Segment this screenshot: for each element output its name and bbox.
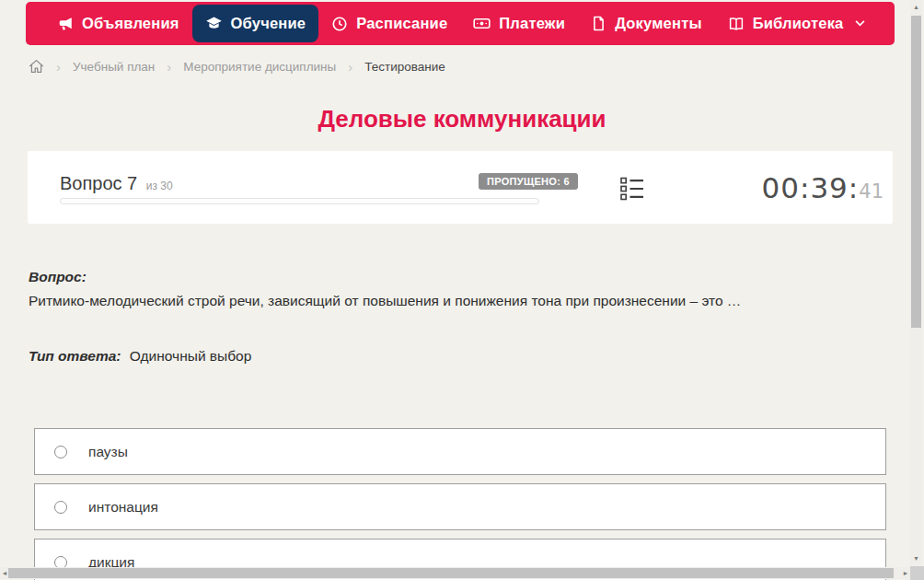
question-list-icon	[620, 177, 644, 201]
scrollbar-corner	[910, 566, 924, 580]
nav-item-label: Платежи	[499, 15, 565, 32]
scroll-right-icon[interactable]: ►	[902, 570, 909, 576]
nav-item-learning[interactable]: Обучение	[192, 5, 319, 42]
page-title: Деловые коммуникации	[0, 105, 924, 133]
radio-intonation[interactable]	[54, 501, 67, 514]
scroll-up-icon[interactable]: ▲	[910, 4, 922, 10]
scroll-left-icon[interactable]: ◄	[1, 570, 8, 576]
radio-pauses[interactable]	[54, 446, 67, 458]
breadcrumb-separator-icon: ›	[348, 60, 352, 74]
nav-item-schedule[interactable]: Расписание	[318, 5, 460, 42]
breadcrumb-item-discipline-event[interactable]: Мероприятие дисциплины	[183, 60, 336, 74]
skipped-badge: ПРОПУЩЕНО: 6	[479, 173, 578, 190]
banknote-icon	[473, 15, 491, 32]
question-list-button[interactable]	[620, 177, 644, 201]
scroll-down-icon[interactable]: ▼	[910, 555, 922, 562]
horizontal-scrollbar[interactable]: ◄ ►	[0, 567, 910, 579]
breadcrumb-separator-icon: ›	[167, 60, 171, 74]
home-icon[interactable]	[29, 59, 44, 74]
nav-item-label: Документы	[615, 15, 702, 32]
answer-type: Тип ответа: Одиночный выбор	[29, 348, 251, 365]
vertical-scrollbar-thumb[interactable]	[911, 16, 921, 328]
timer-seconds: 41	[859, 180, 884, 203]
breadcrumb-item-testing: Тестирование	[364, 60, 445, 74]
open-book-icon	[728, 16, 745, 32]
top-navbar: Объявления Обучение Расписание Платежи Д…	[26, 2, 895, 45]
nav-item-payments[interactable]: Платежи	[460, 5, 578, 42]
chevron-down-icon	[855, 20, 865, 27]
nav-item-label: Обучение	[231, 15, 306, 32]
option-label: интонация	[88, 499, 158, 516]
question-counter: Вопрос 7 из 30	[60, 173, 173, 194]
question-number: Вопрос 7	[60, 173, 137, 193]
answer-type-value: Одиночный выбор	[130, 348, 252, 364]
nav-item-documents[interactable]: Документы	[578, 5, 715, 42]
nav-item-library[interactable]: Библиотека	[715, 5, 879, 42]
nav-item-label: Расписание	[356, 15, 447, 32]
question-heading: Вопрос:	[29, 269, 87, 285]
horizontal-scrollbar-thumb[interactable]	[8, 568, 894, 578]
progress-bar	[60, 198, 539, 204]
nav-item-label: Объявления	[82, 15, 179, 32]
quiz-header-panel: Вопрос 7 из 30 ПРОПУЩЕНО: 6 00:39:41	[28, 151, 893, 224]
answer-type-label: Тип ответа:	[29, 348, 121, 364]
breadcrumb: › Учебный план › Мероприятие дисциплины …	[29, 59, 445, 74]
graduation-cap-icon	[205, 15, 223, 32]
document-icon	[591, 16, 606, 31]
timer: 00:39:41	[761, 171, 884, 204]
clock-icon	[331, 16, 348, 32]
breadcrumb-separator-icon: ›	[56, 60, 61, 74]
question-text: Ритмико-мелодический строй речи, зависящ…	[29, 293, 884, 309]
nav-item-label: Библиотека	[753, 15, 844, 32]
nav-item-announcements[interactable]: Объявления	[44, 5, 192, 42]
answer-option-intonation[interactable]: интонация	[34, 483, 886, 530]
answer-option-pauses[interactable]: паузы	[34, 428, 886, 475]
answer-options: паузы интонация дикция	[34, 428, 886, 580]
timer-hours-minutes: 00:39:	[761, 171, 859, 204]
megaphone-icon	[57, 16, 74, 32]
breadcrumb-item-curriculum[interactable]: Учебный план	[73, 60, 155, 74]
question-total: из 30	[146, 180, 173, 192]
option-label: паузы	[88, 444, 128, 460]
vertical-scrollbar[interactable]: ▲ ▼	[910, 0, 922, 565]
